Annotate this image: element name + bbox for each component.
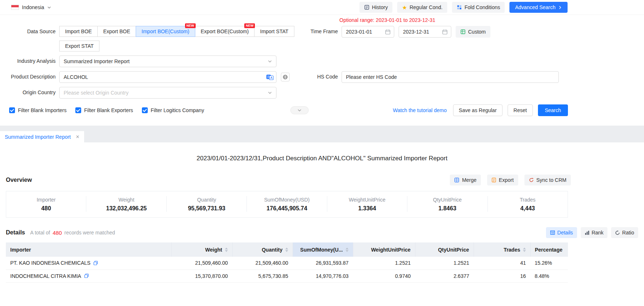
country-selector[interactable]: Indonesia: [11, 4, 51, 10]
product-description-input[interactable]: ALCOHOL A: [59, 71, 276, 83]
column-header-sum-of-money[interactable]: SumOfMoney(U...: [293, 242, 353, 257]
data-source-tab-export-boe-custom[interactable]: Export BOE(Custom)NEW: [195, 26, 255, 37]
calendar-icon: [442, 29, 448, 35]
save-as-regular-button[interactable]: Save as Regular: [453, 104, 503, 116]
sort-icon[interactable]: [225, 248, 228, 252]
table-row: INDOCHEMICAL CITRA KIMIA 15,370,870.00 5…: [6, 269, 568, 282]
origin-country-select[interactable]: Please select Origin Country: [59, 87, 276, 99]
column-label: Percentage: [535, 247, 562, 253]
history-label: History: [372, 4, 388, 10]
checkbox-checked-icon: [142, 107, 148, 113]
sort-icon[interactable]: [285, 248, 288, 252]
column-header-trades[interactable]: Trades: [474, 242, 530, 257]
expand-conditions-toggle[interactable]: [290, 106, 309, 114]
sort-icon[interactable]: [523, 248, 526, 252]
search-form: Optional range: 2023-01-01 to 2023-12-31…: [0, 15, 644, 121]
filter-blank-importers-label: Filter Blank Importers: [18, 107, 67, 113]
sync-to-crm-button[interactable]: Sync to CRM: [524, 175, 571, 185]
hs-code-input[interactable]: Please enter HS Code: [342, 71, 559, 83]
view-rank-button[interactable]: Rank: [581, 227, 608, 238]
details-header: Details A total of 480 records were matc…: [6, 227, 638, 238]
history-button[interactable]: History: [359, 2, 393, 13]
view-ratio-label: Ratio: [622, 230, 634, 236]
stat-quantity: Quantity 95,569,731.93: [167, 196, 247, 212]
sort-icon[interactable]: [346, 248, 349, 252]
column-header-quantity[interactable]: Quantity: [232, 242, 293, 257]
regular-cond-button[interactable]: ★ Regular Cond.: [397, 2, 447, 13]
data-source-row: Data Source Import BOE Export BOE Import…: [0, 26, 644, 51]
sync-to-crm-label: Sync to CRM: [536, 177, 566, 183]
checkbox-checked-icon: [9, 107, 15, 113]
stat-label: QtyUnitPrice: [407, 197, 487, 203]
table-header-row: Importer Weight Quantity SumOfMoney(U...: [6, 242, 568, 257]
data-source-tab-import-boe[interactable]: Import BOE: [59, 26, 98, 37]
data-source-tab-import-boe-custom[interactable]: Import BOE(Custom)NEW: [136, 26, 195, 37]
stat-importer: Importer 480: [6, 196, 86, 212]
close-icon[interactable]: ×: [76, 134, 79, 140]
view-rank-label: Rank: [592, 230, 604, 236]
chevron-down-icon: [268, 59, 272, 64]
match-prefix: A total of: [30, 230, 50, 236]
industry-analysis-label: Industry Analysis: [5, 56, 56, 67]
data-source-tabs-line2: Export STAT: [59, 41, 276, 51]
view-details-button[interactable]: Details: [546, 227, 577, 238]
data-source-tab-export-stat[interactable]: Export STAT: [59, 41, 99, 51]
data-source-tabs: Import BOE Export BOE Import BOE(Custom)…: [59, 26, 276, 51]
data-source-tab-export-boe[interactable]: Export BOE: [97, 26, 136, 37]
overview-title: Overview: [6, 177, 32, 183]
weight-cell: 15,370,870.00: [171, 269, 232, 282]
search-button[interactable]: Search: [538, 104, 568, 116]
sum-of-money-cell: 26,931,593.87: [293, 257, 353, 269]
fold-conditions-button[interactable]: Fold Conditions: [452, 2, 505, 13]
match-suffix: records were matched: [64, 230, 115, 236]
industry-analysis-value: Summarized Importer Report: [64, 58, 130, 64]
column-header-weight[interactable]: Weight: [171, 242, 232, 257]
topbar: Indonesia History ★ Regular Cond. Fold C…: [0, 0, 644, 15]
stat-trades: Trades 4,443: [488, 196, 568, 212]
details-title: Details: [6, 229, 25, 236]
regular-cond-label: Regular Cond.: [410, 4, 442, 10]
export-button[interactable]: Export: [487, 175, 518, 185]
result-tab-summarized-importer-report[interactable]: Summarized Importer Report ×: [0, 131, 84, 142]
date-from-input[interactable]: 2023-01-01: [342, 26, 394, 38]
checkbox-checked-icon: [75, 107, 81, 113]
qty-unit-price-cell: 2.6377: [415, 269, 474, 282]
match-count: 480: [53, 230, 62, 236]
column-header-percentage: Percentage: [530, 242, 568, 257]
stat-label: Trades: [488, 197, 568, 203]
stat-value: 480: [6, 205, 86, 212]
importer-name[interactable]: PT. KAO INDONESIA CHEMICALS: [10, 260, 90, 266]
filter-blank-importers-checkbox[interactable]: Filter Blank Importers: [9, 107, 67, 113]
advanced-search-button[interactable]: Advanced Search: [509, 2, 568, 13]
importer-cell: PT. KAO INDONESIA CHEMICALS: [6, 257, 171, 269]
weight-unit-price-cell: 1.2521: [353, 257, 415, 269]
data-source-tab-import-stat[interactable]: Import STAT: [254, 26, 294, 37]
filter-logistics-company-checkbox[interactable]: Filter Logitics Company: [142, 107, 204, 113]
date-to-input[interactable]: 2023-12-31: [399, 26, 451, 38]
merge-button[interactable]: Merge: [450, 175, 481, 185]
globe-icon: [283, 74, 288, 80]
chevron-down-icon: [47, 5, 51, 9]
origin-country-label: Origin Country: [5, 87, 56, 98]
details-table: Importer Weight Quantity SumOfMoney(U...: [6, 242, 568, 283]
industry-analysis-select[interactable]: Summarized Importer Report: [59, 56, 276, 67]
special-symbol-button[interactable]: [281, 73, 290, 81]
reset-button[interactable]: Reset: [508, 104, 533, 116]
copy-icon[interactable]: [93, 261, 98, 265]
column-header-importer: Importer: [6, 242, 171, 257]
importer-name[interactable]: INDOCHEMICAL CITRA KIMIA: [10, 273, 81, 279]
custom-range-button[interactable]: Custom: [456, 26, 490, 38]
filters-row: Filter Blank Importers Filter Blank Expo…: [0, 104, 644, 116]
filter-blank-exporters-checkbox[interactable]: Filter Blank Exporters: [75, 107, 133, 113]
trades-cell: 16: [474, 269, 530, 282]
copy-icon[interactable]: [84, 274, 89, 278]
column-label: WeightUnitPrice: [371, 247, 411, 253]
hs-code-control: Please enter HS Code: [342, 71, 559, 83]
tab-label: Export BOE(Custom): [201, 28, 249, 34]
origin-country-control: Please select Origin Country: [59, 87, 276, 99]
hs-code-placeholder: Please enter HS Code: [346, 74, 556, 80]
tutorial-demo-link[interactable]: Watch the tutorial demo: [393, 107, 447, 113]
translate-icon[interactable]: A: [266, 74, 274, 80]
view-ratio-button[interactable]: Ratio: [611, 227, 638, 238]
ratio-icon: [615, 230, 620, 235]
